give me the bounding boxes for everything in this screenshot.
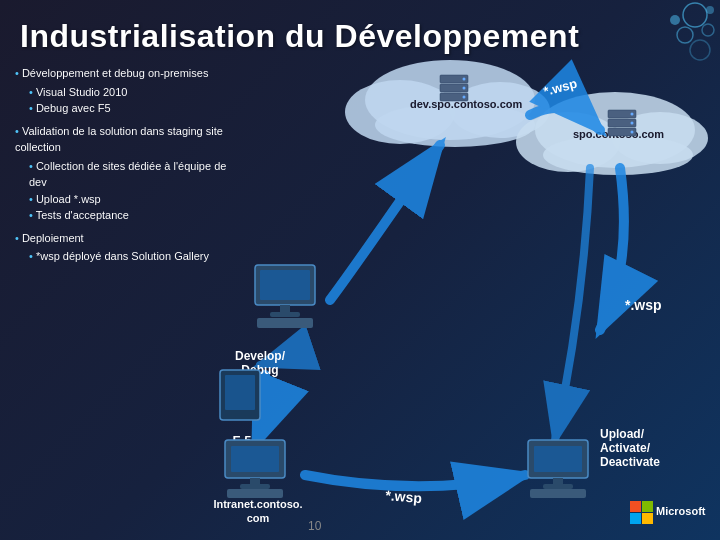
svg-rect-48 <box>642 513 653 524</box>
svg-point-14 <box>463 87 466 90</box>
svg-rect-32 <box>257 318 313 328</box>
svg-point-15 <box>463 96 466 99</box>
intranet-label2: com <box>247 512 270 524</box>
svg-rect-30 <box>280 305 290 313</box>
activate-label: Activate/ <box>600 441 651 455</box>
wsp-diag-label: *.wsp <box>542 76 579 99</box>
svg-rect-37 <box>250 478 260 485</box>
wsp-bottom-label: *.wsp <box>385 487 423 506</box>
intranet-label: Intranet.contoso. <box>213 498 302 510</box>
computer-intranet <box>225 440 285 498</box>
develop-debug-label: Develop/ <box>235 349 286 363</box>
svg-rect-45 <box>630 501 641 512</box>
svg-rect-38 <box>240 484 270 489</box>
svg-rect-42 <box>553 478 563 485</box>
svg-rect-39 <box>227 489 283 498</box>
wsp-right-label: *.wsp <box>625 297 662 313</box>
upload-label: Upload/ <box>600 427 645 441</box>
svg-point-23 <box>631 113 634 116</box>
deactivate-label: Deactivate <box>600 455 660 469</box>
page-number: 10 <box>308 519 322 533</box>
svg-rect-47 <box>630 513 641 524</box>
server-dev <box>440 75 468 101</box>
f5-device <box>220 370 260 420</box>
svg-point-25 <box>631 131 634 134</box>
svg-rect-41 <box>534 446 582 472</box>
microsoft-logo: Microsoft <box>630 501 706 524</box>
svg-rect-34 <box>225 375 255 410</box>
svg-rect-36 <box>231 446 279 472</box>
svg-point-13 <box>463 78 466 81</box>
svg-rect-43 <box>543 484 573 489</box>
server-spo <box>608 110 636 136</box>
diagram-overlay: dev.spo.contoso.com spo.contoso.com <box>0 0 720 540</box>
computer-upload <box>528 440 588 498</box>
svg-point-24 <box>631 122 634 125</box>
svg-rect-46 <box>642 501 653 512</box>
computer-develop <box>255 265 315 328</box>
svg-text:Microsoft: Microsoft <box>656 505 706 517</box>
svg-rect-44 <box>530 489 586 498</box>
svg-rect-29 <box>260 270 310 300</box>
svg-rect-31 <box>270 312 300 317</box>
